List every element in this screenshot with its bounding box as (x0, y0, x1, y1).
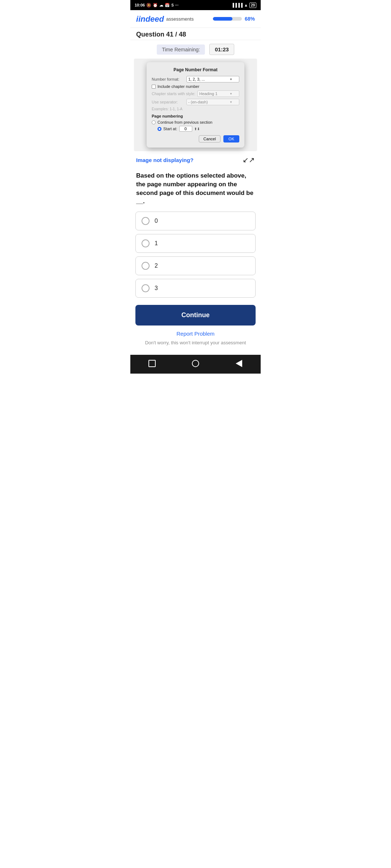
number-format-label: Number format: (152, 77, 184, 81)
report-row: Report Problem (130, 326, 261, 339)
include-chapter-label: Include chapter number (157, 84, 199, 89)
timer-value: 01:23 (209, 44, 234, 55)
separator-arrow: ▼ (230, 101, 232, 104)
progress-bar-bg (213, 17, 242, 21)
include-chapter-row: Include chapter number (152, 84, 239, 89)
start-at-input[interactable] (179, 126, 192, 132)
option-label-2: 2 (155, 263, 158, 269)
circle-icon (192, 360, 199, 367)
include-chapter-checkbox[interactable] (152, 85, 156, 89)
continue-button[interactable]: Continue (135, 305, 256, 326)
use-separator-select: - (en-dash) ▼ (186, 99, 239, 105)
number-format-value: 1, 2, 3, ... (188, 77, 205, 81)
use-separator-value: - (en-dash) (188, 100, 208, 104)
option-label-3: 3 (155, 285, 158, 292)
start-at-row: Start at: ⬆⬇ (157, 126, 239, 132)
examples-row: Examples: 1-1, 1-A (152, 107, 239, 111)
use-separator-label: Use separator: (152, 100, 184, 104)
report-note: Don't worry, this won't interrupt your a… (130, 339, 261, 351)
chapter-starts-label: Chapter starts with style: (152, 92, 195, 96)
mute-icon: 🔕 (146, 3, 151, 8)
nav-home-button[interactable] (190, 358, 201, 369)
option-label-1: 1 (155, 240, 158, 247)
spinner-icon[interactable]: ⬆⬇ (194, 127, 200, 131)
bottom-nav (130, 355, 261, 374)
progress-bar-fill (213, 17, 232, 21)
status-right: ▐▐▐▐ ▲ 29 (231, 3, 256, 8)
select-arrow: ▼ (230, 78, 232, 81)
option-row-3[interactable]: 3 (135, 279, 256, 298)
nav-back-button[interactable] (234, 358, 244, 369)
nav-square-button[interactable] (147, 358, 157, 369)
chapter-arrow: ▼ (230, 92, 232, 95)
option-radio-0[interactable] (142, 217, 150, 225)
option-radio-3[interactable] (142, 284, 150, 292)
signal-icon: ▐▐▐▐ (231, 3, 243, 7)
header: iindeed assessments 68% (130, 10, 261, 28)
number-format-row: Number format: 1, 2, 3, ... ▼ (152, 76, 239, 82)
triangle-icon (236, 360, 242, 367)
chapter-starts-value: Heading 1 (199, 92, 217, 96)
logo-assessments: assessments (166, 16, 194, 22)
continue-from-radio[interactable] (152, 120, 156, 124)
image-not-displaying-link[interactable]: Image not displaying? (136, 157, 193, 163)
option-radio-1[interactable] (142, 239, 150, 247)
battery: 29 (249, 3, 256, 8)
examples-value: 1-1, 1-A (169, 107, 182, 111)
question-number: Question 41 / 48 (130, 28, 261, 40)
status-bar: 10:06 🔕 ⏰ ☁ 📅 S ··· ▐▐▐▐ ▲ 29 (130, 0, 261, 10)
logo-indeed: iindeed (136, 14, 164, 24)
square-icon (148, 360, 156, 367)
option-row-1[interactable]: 1 (135, 234, 256, 253)
time: 10:06 (135, 3, 145, 7)
question-text: Based on the options selected above, the… (130, 169, 261, 212)
option-label-0: 0 (155, 218, 158, 224)
examples-label: Examples: (152, 107, 169, 111)
continue-from-label: Continue from previous section (157, 120, 213, 124)
dots-icon: ··· (175, 3, 178, 7)
report-problem-link[interactable]: Report Problem (176, 331, 214, 337)
cloud-icon: ☁ (159, 3, 163, 8)
chapter-starts-row: Chapter starts with style: Heading 1 ▼ (152, 90, 239, 97)
option-row-2[interactable]: 2 (135, 256, 256, 275)
timer-row: Time Remaining: 01:23 (130, 40, 261, 59)
option-row-0[interactable]: 0 (135, 212, 256, 230)
expand-icon[interactable]: ↙↗ (243, 156, 255, 164)
image-issue-row: Image not displaying? ↙↗ (130, 153, 261, 169)
use-separator-row: Use separator: - (en-dash) ▼ (152, 99, 239, 105)
ok-button[interactable]: OK (223, 135, 239, 142)
page-number-dialog: Page Number Format Number format: 1, 2, … (147, 62, 244, 148)
alarm-icon: ⏰ (153, 3, 158, 8)
status-left: 10:06 🔕 ⏰ ☁ 📅 S ··· (135, 3, 178, 8)
continue-from-row: Continue from previous section (152, 120, 239, 124)
number-format-select[interactable]: 1, 2, 3, ... ▼ (186, 76, 239, 82)
progress-container: 68% (213, 16, 255, 22)
progress-pct: 68% (245, 16, 255, 22)
wifi-icon: ▲ (244, 3, 248, 7)
cancel-button[interactable]: Cancel (199, 135, 220, 142)
start-at-label: Start at: (163, 127, 177, 131)
chapter-starts-select: Heading 1 ▼ (197, 90, 239, 97)
option-radio-2[interactable] (142, 262, 150, 270)
dialog-title: Page Number Format (152, 67, 239, 72)
options-container: 0 1 2 3 (130, 212, 261, 298)
calendar-icon: 📅 (165, 3, 170, 8)
image-container: Page Number Format Number format: 1, 2, … (134, 59, 257, 151)
timer-label: Time Remaining: (157, 44, 205, 55)
dialog-footer: Cancel OK (152, 135, 239, 142)
page-numbering-title: Page numbering (152, 114, 239, 118)
s-icon: S (171, 3, 174, 7)
logo-container: iindeed assessments (136, 14, 194, 24)
start-at-radio[interactable] (157, 127, 161, 131)
